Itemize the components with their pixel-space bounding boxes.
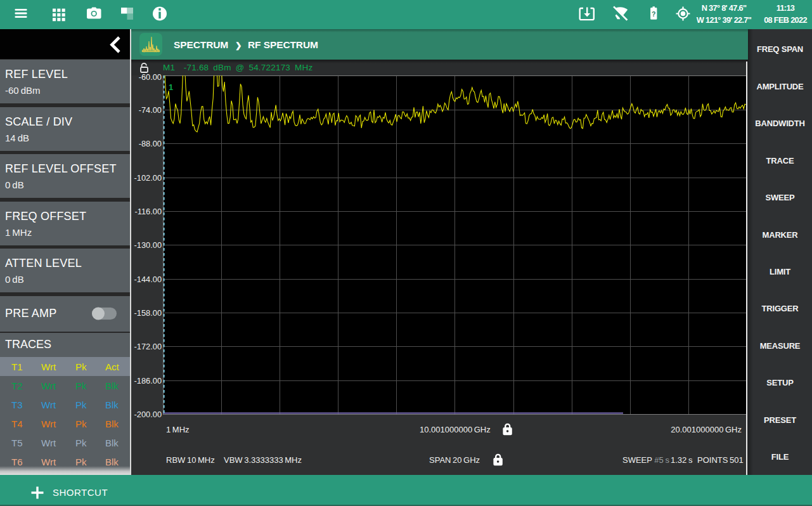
svg-text:?: ? <box>652 10 655 18</box>
